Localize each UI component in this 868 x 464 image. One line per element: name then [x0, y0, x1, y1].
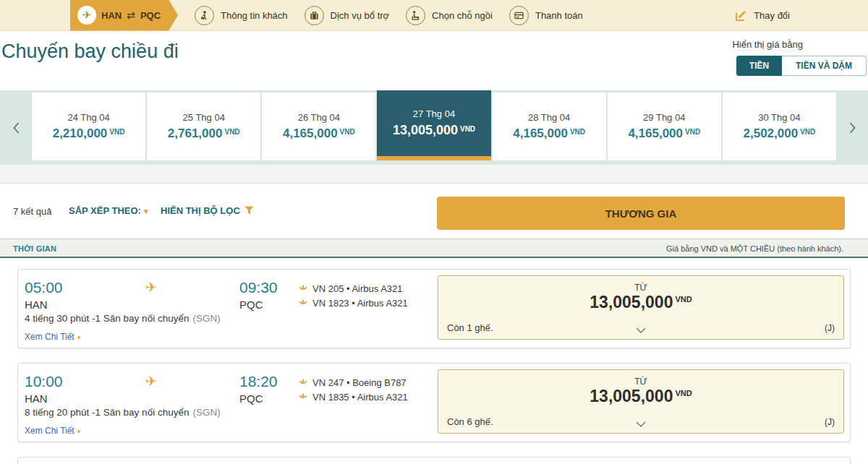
carousel-prev-button[interactable]: [0, 90, 32, 165]
expand-chevron-icon[interactable]: [636, 421, 646, 427]
segments-list: VN 205 • Airbus A321 VN 1823 • Airbus A3…: [299, 281, 408, 310]
change-search-button[interactable]: Thay đổi: [733, 8, 790, 22]
carousel-bottom-band: [0, 165, 868, 184]
price-amount: 13,005,000: [590, 293, 673, 312]
show-filters-button[interactable]: HIỂN THỊ BỘ LỌC: [161, 205, 254, 216]
departure-airport: HAN: [25, 392, 48, 405]
airline-logo-icon: [299, 378, 307, 387]
credit-card-icon: [509, 6, 529, 25]
cell-price: 4,165,000VND: [628, 126, 700, 141]
chevron-down-icon: ▾: [144, 207, 148, 215]
plane-icon: ✈: [145, 373, 157, 390]
fare-class: (J): [825, 323, 835, 333]
via-airport: (SGN): [192, 313, 220, 324]
segment-row: VN 1835 • Airbus A321: [299, 390, 408, 404]
cell-price: 4,165,000VND: [283, 126, 355, 141]
step-seat-selection[interactable]: Chọn chỗ ngồi: [406, 6, 493, 25]
fare-price-box[interactable]: TỪ 13,005,000VND Còn 1 ghế. (J): [438, 275, 844, 340]
page-header: Chuyến bay chiều đi Hiển thị giá bằng TI…: [0, 31, 868, 90]
seats-left: Còn 6 ghế.: [447, 416, 493, 427]
date-cell[interactable]: 28 Thg 04 4,165,000VND: [493, 93, 606, 160]
duration-text: 4 tiếng 30 phút -1 Sân bay nối chuyển(SG…: [25, 313, 221, 324]
plane-icon: ✈: [145, 279, 157, 296]
cell-date: 24 Thg 04: [67, 112, 109, 123]
edit-pencil-icon: [733, 8, 748, 22]
chevron-down-icon: ▾: [77, 334, 81, 341]
cell-price: 2,210,000VND: [53, 126, 125, 141]
flight-card-partial: [17, 457, 851, 464]
date-cell-selected[interactable]: 27 Thg 04 13,005,000VND: [377, 90, 490, 160]
flight-results-page: ✈ HAN ⇄ PQC Thông tin khách Dịch vụ bổ t…: [0, 0, 868, 464]
cell-date: 28 Thg 04: [528, 112, 570, 123]
cell-date: 26 Thg 04: [298, 112, 340, 123]
segments-list: VN 247 • Boeing B787 VN 1835 • Airbus A3…: [299, 375, 408, 404]
segment-text: VN 205 • Airbus A321: [312, 283, 403, 294]
chevron-left-icon: [12, 121, 20, 134]
date-cell[interactable]: 25 Thg 04 2,761,000VND: [147, 93, 260, 160]
segment-row: VN 205 • Airbus A321: [299, 281, 408, 296]
step-payment[interactable]: Thanh toán: [509, 6, 583, 25]
price-amount: 13,005,000: [590, 387, 673, 405]
carousel-cells: 24 Thg 04 2,210,000VND 25 Thg 04 2,761,0…: [32, 93, 836, 160]
plane-icon: ✈: [77, 6, 96, 25]
date-cell[interactable]: 30 Thg 04 2,502,000VND: [723, 93, 836, 160]
arrival-time: 18:20: [239, 373, 278, 390]
cell-price: 13,005,000VND: [393, 123, 475, 138]
price-line: 13,005,000VND: [438, 387, 843, 406]
duration-text: 8 tiếng 20 phút -1 Sân bay nối chuyển(SG…: [25, 407, 221, 418]
segment-row: VN 247 • Boeing B787: [299, 375, 408, 390]
price-display-label: Hiển thị giá bằng: [732, 39, 803, 50]
cell-date: 25 Thg 04: [183, 112, 225, 123]
seat-icon: [406, 6, 425, 25]
airline-logo-icon: [299, 284, 307, 293]
date-cell[interactable]: 29 Thg 04 4,165,000VND: [608, 93, 721, 160]
departure-time: 05:00: [25, 279, 63, 296]
date-cell[interactable]: 24 Thg 04 2,210,000VND: [32, 93, 145, 160]
price-display-toggle: TIỀN TIỀN VÀ DẶM: [736, 56, 867, 76]
step-label: Dịch vụ bổ trợ: [331, 10, 390, 21]
airline-logo-icon: [299, 298, 307, 307]
step-flight-selection-active[interactable]: ✈ HAN ⇄ PQC: [70, 0, 178, 31]
departure-airport: HAN: [25, 298, 48, 311]
cell-price: 2,502,000VND: [744, 126, 816, 141]
price-currency: VND: [675, 389, 692, 398]
toggle-money-button[interactable]: TIỀN: [736, 56, 782, 76]
from-label: TỪ: [438, 283, 843, 293]
route-to: PQC: [140, 10, 161, 21]
step-label: Thanh toán: [535, 10, 583, 21]
passenger-icon: [195, 6, 214, 25]
arrival-airport: PQC: [239, 298, 263, 311]
flight-card: 05:00 HAN ✈ 09:30 PQC VN 205 • Airbus A3…: [17, 269, 851, 348]
view-details-link[interactable]: Xem Chi Tiết▾: [25, 426, 80, 436]
results-bar: 7 kết quả SẮP XẾP THEO:▾ HIỂN THỊ BỘ LỌC…: [0, 184, 868, 239]
toggle-money-miles-button[interactable]: TIỀN VÀ DẶM: [782, 56, 867, 76]
step-passenger-info[interactable]: Thông tin khách: [195, 6, 288, 25]
cell-price: 2,761,000VND: [168, 126, 240, 141]
fare-class: (J): [825, 417, 835, 427]
sort-dropdown[interactable]: SẮP XẾP THEO:▾: [69, 205, 148, 216]
seats-left: Còn 1 ghế.: [447, 322, 493, 333]
segment-text: VN 1835 • Airbus A321: [312, 392, 408, 403]
fare-price-box[interactable]: TỪ 13,005,000VND Còn 6 ghế. (J): [438, 369, 844, 434]
step-ancillary-services[interactable]: Dịch vụ bổ trợ: [305, 6, 390, 25]
date-price-carousel: 24 Thg 04 2,210,000VND 25 Thg 04 2,761,0…: [0, 90, 868, 165]
view-details-link[interactable]: Xem Chi Tiết▾: [25, 332, 80, 342]
arrival-time: 09:30: [239, 279, 278, 296]
date-cell[interactable]: 26 Thg 04 4,165,000VND: [262, 93, 375, 160]
price-note: Giá bằng VND và MỘT CHIỀU (theo hành khá…: [666, 244, 843, 253]
route-from: HAN: [101, 10, 122, 21]
swap-icon: ⇄: [127, 9, 135, 21]
expand-chevron-icon[interactable]: [636, 327, 646, 333]
segment-row: VN 1823 • Airbus A321: [299, 296, 408, 310]
carousel-next-button[interactable]: [836, 90, 868, 165]
change-label: Thay đổi: [754, 10, 790, 21]
step-label: Chọn chỗ ngồi: [432, 10, 493, 21]
segment-text: VN 247 • Boeing B787: [312, 377, 407, 388]
filter-funnel-icon: [244, 206, 254, 215]
page-title: Chuyến bay chiều đi: [1, 40, 179, 63]
business-class-button[interactable]: THƯƠNG GIA: [437, 197, 845, 230]
chevron-down-icon: ▾: [77, 428, 81, 435]
briefcase-icon: [305, 6, 324, 25]
time-column-label: THỜI GIAN: [13, 244, 56, 253]
cell-date: 29 Thg 04: [643, 112, 685, 123]
